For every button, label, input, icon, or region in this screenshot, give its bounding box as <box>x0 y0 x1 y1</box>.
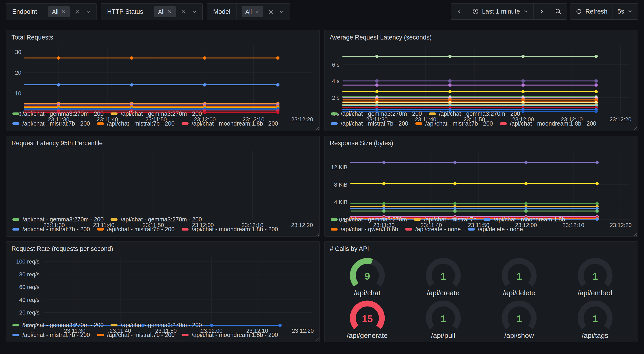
legend-item[interactable]: /api/chat - gemma3:270m - 200 <box>12 322 104 328</box>
gauge-label: /api/tags <box>582 331 608 339</box>
gauge-arc: 1 <box>420 255 467 289</box>
filter-value[interactable]: All <box>43 4 96 20</box>
gauge-label: /api/embed <box>578 289 612 297</box>
legend-item[interactable]: /api/delete - none <box>468 226 523 233</box>
legend-item[interactable]: /api/chat - gemma3:270m - 200 <box>110 216 202 223</box>
legend-item[interactable]: /api/chat - moondream:1.8b <box>484 216 565 223</box>
chip-remove-icon[interactable] <box>61 9 66 14</box>
svg-text:80 req/s: 80 req/s <box>19 271 40 277</box>
svg-text:20 req/s: 20 req/s <box>19 309 40 316</box>
legend-item[interactable]: /api/chat - gemma3:270m - 200 <box>110 110 202 117</box>
legend-item[interactable]: /api/chat - gemma3:270m - 200 <box>429 110 520 117</box>
variable-filter[interactable]: Model All <box>207 3 290 20</box>
resize-handle[interactable] <box>632 125 637 130</box>
legend: /api/chat - gemma3:270m /api/chat - mist… <box>329 213 633 234</box>
variable-filter[interactable]: Endpoint All <box>6 3 96 20</box>
legend-item[interactable]: /api/chat - mistral:7b <box>414 216 476 223</box>
refresh-label: Refresh <box>585 8 608 15</box>
time-forward-button[interactable] <box>534 4 550 20</box>
filter-value[interactable]: All <box>236 4 290 20</box>
legend-item[interactable]: /api/create - none <box>405 226 461 233</box>
chip-remove-icon[interactable] <box>255 9 260 14</box>
chart-canvas[interactable]: 23:11:3023:11:4023:11:5023:12:0023:12:10… <box>11 42 315 108</box>
time-picker-group: Last 1 minute <box>451 3 567 20</box>
legend-item[interactable]: /api/chat - mistral:7b - 200 <box>97 226 174 233</box>
svg-text:2 s: 2 s <box>332 95 340 101</box>
resize-handle[interactable] <box>314 125 319 130</box>
legend-item[interactable]: /api/chat - qwen3:0.6b <box>331 226 398 233</box>
chart-canvas[interactable]: 23:11:3023:11:4023:11:5023:12:0023:12:10… <box>329 42 633 108</box>
gauge: 1 /api/pull <box>420 297 467 339</box>
clear-icon[interactable] <box>74 9 80 15</box>
legend-item[interactable]: /api/chat - moondream:1.8b - 200 <box>182 120 278 127</box>
legend-item[interactable]: /api/chat - mistral:7b - 200 <box>12 120 90 127</box>
legend-marker <box>484 218 491 221</box>
legend-label: /api/chat - mistral:7b - 200 <box>341 120 408 127</box>
resize-handle[interactable] <box>632 337 637 341</box>
panel-avg-latency: Average Request Latency (seconds) 23:11:… <box>324 30 638 131</box>
clear-icon[interactable] <box>180 9 187 15</box>
chevron-down-icon <box>523 9 528 14</box>
gauge-arc: 9 <box>344 255 391 289</box>
resize-handle[interactable] <box>314 231 319 236</box>
legend-item[interactable]: /api/chat - mistral:7b - 200 <box>331 120 408 127</box>
svg-text:6 s: 6 s <box>332 62 340 68</box>
legend-item[interactable]: /api/chat - moondream:1.8b - 200 <box>182 226 278 233</box>
panel-request-rate: Request Rate (requests per second) 23:11… <box>6 241 320 342</box>
legend-item[interactable]: /api/chat - gemma3:270m - 200 <box>12 110 104 117</box>
legend-item[interactable]: /api/chat - gemma3:270m - 200 <box>110 322 202 328</box>
chart-canvas[interactable]: 23:11:3023:11:4023:11:5023:12:0023:12:10… <box>329 148 633 213</box>
filter-value[interactable]: All <box>149 4 202 20</box>
legend-item[interactable]: /api/chat - mistral:7b - 200 <box>12 226 90 233</box>
panel-title[interactable]: Total Requests <box>11 32 315 42</box>
legend-item[interactable]: /api/chat - mistral:7b - 200 <box>97 331 174 338</box>
legend: /api/chat - gemma3:270m - 200 /api/chat … <box>11 213 315 234</box>
legend-item[interactable]: /api/chat - mistral:7b - 200 <box>415 120 493 127</box>
gauge: 1 /api/show <box>496 297 542 339</box>
panel-grid: Total Requests 23:11:3023:11:4023:11:502… <box>6 30 638 342</box>
legend-item[interactable]: /api/chat - gemma3:270m - 200 <box>12 216 104 223</box>
legend-marker <box>12 324 20 326</box>
chevron-down-icon[interactable] <box>192 9 197 15</box>
legend-label: /api/chat - gemma3:270m - 200 <box>120 110 202 117</box>
time-range-button[interactable]: Last 1 minute <box>467 4 534 20</box>
refresh-interval-dropdown[interactable]: 5s <box>612 4 638 20</box>
chart-canvas[interactable]: 23:11:3023:11:4023:11:5023:12:0023:12:10… <box>11 254 315 319</box>
legend-label: /api/chat - moondream:1.8b - 200 <box>510 120 596 127</box>
legend: /api/chat - gemma3:270m - 200 /api/chat … <box>11 319 315 340</box>
gauge-value: 1 <box>440 313 446 324</box>
panel-title[interactable]: Average Request Latency (seconds) <box>329 32 633 42</box>
legend-item[interactable]: /api/chat - mistral:7b - 200 <box>12 331 90 338</box>
panel-title[interactable]: Response Size (bytes) <box>329 137 633 148</box>
filter-chip[interactable]: All <box>242 6 263 17</box>
legend-marker <box>182 122 188 125</box>
zoom-out-button[interactable] <box>550 4 567 20</box>
chevron-down-icon[interactable] <box>85 9 91 15</box>
legend-marker <box>97 334 104 336</box>
chevron-down-icon[interactable] <box>279 9 284 15</box>
legend-item[interactable]: /api/chat - moondream:1.8b - 200 <box>500 120 596 127</box>
refresh-button[interactable]: Refresh <box>570 4 612 20</box>
panel-title[interactable]: Request Rate (requests per second) <box>11 243 315 254</box>
chart-canvas[interactable]: 23:11:3023:11:4023:11:5023:12:0023:12:10… <box>11 148 315 213</box>
variable-filter[interactable]: HTTP Status All <box>101 3 202 20</box>
panel-title[interactable]: Request Latency 95th Percentile <box>11 137 315 148</box>
resize-handle[interactable] <box>314 337 319 341</box>
legend-item[interactable]: /api/chat - gemma3:270m <box>331 216 407 223</box>
time-back-button[interactable] <box>451 4 467 20</box>
legend-item[interactable]: /api/chat - moondream:1.8b - 200 <box>182 331 278 338</box>
legend-item[interactable]: /api/chat - mistral:7b - 200 <box>97 120 174 127</box>
svg-text:8 KiB: 8 KiB <box>334 181 348 188</box>
panel-title[interactable]: # Calls by API <box>329 243 633 254</box>
svg-text:12 KiB: 12 KiB <box>331 164 348 170</box>
filter-chip[interactable]: All <box>154 6 176 17</box>
gauge-arc: 1 <box>496 297 542 331</box>
chip-remove-icon[interactable] <box>167 9 172 14</box>
clear-icon[interactable] <box>268 9 274 15</box>
legend-item[interactable]: /api/chat - gemma3:270m - 200 <box>331 110 422 117</box>
legend-marker <box>331 113 338 115</box>
filter-chip[interactable]: All <box>48 6 70 17</box>
legend-marker <box>12 218 20 221</box>
legend-marker <box>97 122 104 125</box>
resize-handle[interactable] <box>632 231 637 236</box>
